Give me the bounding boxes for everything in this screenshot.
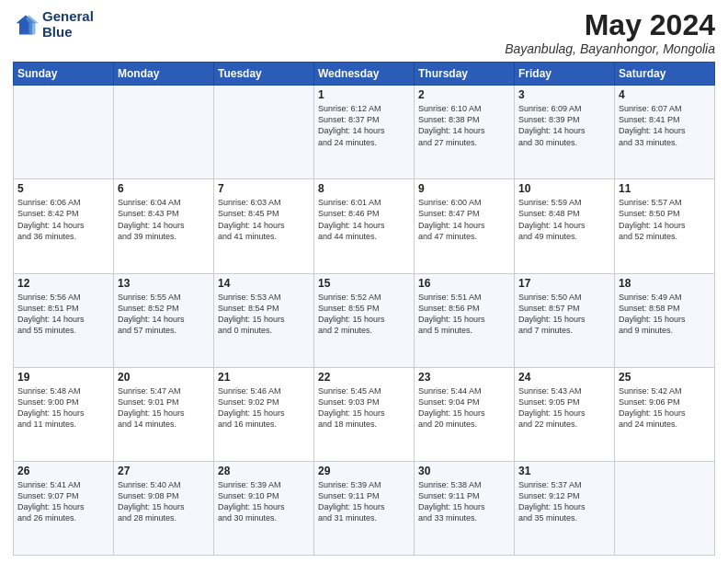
calendar-cell: 4Sunrise: 6:07 AM Sunset: 8:41 PM Daylig… [615,86,715,179]
day-info: Sunrise: 5:51 AM Sunset: 8:56 PM Dayligh… [418,292,510,337]
day-info: Sunrise: 5:45 AM Sunset: 9:03 PM Dayligh… [318,385,410,431]
day-number: 18 [619,277,711,290]
day-number: 30 [418,465,510,477]
day-number: 4 [619,88,711,101]
logo-text: General Blue [42,9,94,40]
day-info: Sunrise: 5:39 AM Sunset: 9:11 PM Dayligh… [318,479,410,524]
weekday-header: Wednesday [314,63,415,86]
header: General Blue May 2024 Bayanbulag, Bayanh… [13,9,715,56]
subtitle: Bayanbulag, Bayanhongor, Mongolia [505,41,715,56]
day-number: 28 [218,465,310,477]
calendar-cell: 24Sunrise: 5:43 AM Sunset: 9:05 PM Dayli… [515,367,615,461]
calendar-cell: 25Sunrise: 5:42 AM Sunset: 9:06 PM Dayli… [615,367,715,461]
day-info: Sunrise: 5:48 AM Sunset: 9:00 PM Dayligh… [17,385,109,431]
day-info: Sunrise: 5:43 AM Sunset: 9:05 PM Dayligh… [518,385,610,431]
calendar-cell: 23Sunrise: 5:44 AM Sunset: 9:04 PM Dayli… [415,367,515,461]
calendar-cell: 30Sunrise: 5:38 AM Sunset: 9:11 PM Dayli… [415,461,515,555]
day-number: 17 [518,277,610,290]
day-number: 6 [118,182,210,195]
calendar-cell: 27Sunrise: 5:40 AM Sunset: 9:08 PM Dayli… [114,461,214,555]
day-info: Sunrise: 5:39 AM Sunset: 9:10 PM Dayligh… [218,479,310,524]
day-number: 22 [318,371,410,384]
calendar-cell: 15Sunrise: 5:52 AM Sunset: 8:55 PM Dayli… [314,273,415,367]
day-info: Sunrise: 5:42 AM Sunset: 9:06 PM Dayligh… [619,385,711,431]
day-number: 7 [218,182,310,195]
day-number: 14 [218,277,310,290]
day-info: Sunrise: 6:03 AM Sunset: 8:45 PM Dayligh… [218,197,310,242]
title-block: May 2024 Bayanbulag, Bayanhongor, Mongol… [505,9,715,56]
day-info: Sunrise: 5:53 AM Sunset: 8:54 PM Dayligh… [218,292,310,337]
calendar-cell: 8Sunrise: 6:01 AM Sunset: 8:46 PM Daylig… [314,179,415,273]
day-info: Sunrise: 5:44 AM Sunset: 9:04 PM Dayligh… [418,385,510,431]
calendar-cell: 29Sunrise: 5:39 AM Sunset: 9:11 PM Dayli… [314,461,415,555]
day-number: 16 [418,277,510,290]
day-number: 8 [318,182,410,195]
calendar-cell [615,461,715,555]
calendar-cell: 18Sunrise: 5:49 AM Sunset: 8:58 PM Dayli… [615,273,715,367]
day-info: Sunrise: 5:55 AM Sunset: 8:52 PM Dayligh… [118,292,210,337]
logo-icon [13,12,39,38]
day-number: 11 [619,182,711,195]
calendar-cell: 16Sunrise: 5:51 AM Sunset: 8:56 PM Dayli… [415,273,515,367]
logo: General Blue [13,9,94,40]
day-number: 10 [518,182,610,195]
day-info: Sunrise: 6:00 AM Sunset: 8:47 PM Dayligh… [418,197,510,242]
calendar-cell: 5Sunrise: 6:06 AM Sunset: 8:42 PM Daylig… [14,179,114,273]
day-info: Sunrise: 5:56 AM Sunset: 8:51 PM Dayligh… [17,292,109,337]
weekday-header: Tuesday [214,63,314,86]
calendar-cell: 14Sunrise: 5:53 AM Sunset: 8:54 PM Dayli… [214,273,314,367]
day-number: 1 [318,88,410,101]
day-number: 5 [17,182,109,195]
day-number: 15 [318,277,410,290]
day-number: 23 [418,371,510,384]
calendar-week-row: 26Sunrise: 5:41 AM Sunset: 9:07 PM Dayli… [14,461,715,555]
day-info: Sunrise: 6:12 AM Sunset: 8:37 PM Dayligh… [318,103,410,148]
day-info: Sunrise: 5:40 AM Sunset: 9:08 PM Dayligh… [118,479,210,524]
day-info: Sunrise: 5:50 AM Sunset: 8:57 PM Dayligh… [518,292,610,337]
calendar-cell [114,86,214,179]
day-info: Sunrise: 5:37 AM Sunset: 9:12 PM Dayligh… [518,479,610,524]
calendar-cell: 13Sunrise: 5:55 AM Sunset: 8:52 PM Dayli… [114,273,214,367]
calendar-cell: 21Sunrise: 5:46 AM Sunset: 9:02 PM Dayli… [214,367,314,461]
logo-line2: Blue [42,25,94,40]
day-number: 21 [218,371,310,384]
calendar-cell: 7Sunrise: 6:03 AM Sunset: 8:45 PM Daylig… [214,179,314,273]
calendar-cell: 3Sunrise: 6:09 AM Sunset: 8:39 PM Daylig… [515,86,615,179]
calendar-cell: 9Sunrise: 6:00 AM Sunset: 8:47 PM Daylig… [415,179,515,273]
day-info: Sunrise: 6:01 AM Sunset: 8:46 PM Dayligh… [318,197,410,242]
calendar-cell: 28Sunrise: 5:39 AM Sunset: 9:10 PM Dayli… [214,461,314,555]
calendar-cell: 11Sunrise: 5:57 AM Sunset: 8:50 PM Dayli… [615,179,715,273]
day-number: 20 [118,371,210,384]
calendar-cell: 1Sunrise: 6:12 AM Sunset: 8:37 PM Daylig… [314,86,415,179]
weekday-header: Monday [114,63,214,86]
day-number: 13 [118,277,210,290]
day-number: 3 [518,88,610,101]
calendar-cell: 2Sunrise: 6:10 AM Sunset: 8:38 PM Daylig… [415,86,515,179]
day-number: 29 [318,465,410,477]
calendar-week-row: 1Sunrise: 6:12 AM Sunset: 8:37 PM Daylig… [14,86,715,179]
weekday-header: Thursday [415,63,515,86]
day-number: 9 [418,182,510,195]
day-number: 19 [17,371,109,384]
day-info: Sunrise: 6:09 AM Sunset: 8:39 PM Dayligh… [518,103,610,148]
day-info: Sunrise: 5:49 AM Sunset: 8:58 PM Dayligh… [619,292,711,337]
day-info: Sunrise: 6:06 AM Sunset: 8:42 PM Dayligh… [17,197,109,242]
logo-line1: General [42,9,94,25]
day-info: Sunrise: 6:04 AM Sunset: 8:43 PM Dayligh… [118,197,210,242]
calendar-cell: 12Sunrise: 5:56 AM Sunset: 8:51 PM Dayli… [14,273,114,367]
day-info: Sunrise: 5:52 AM Sunset: 8:55 PM Dayligh… [318,292,410,337]
calendar-cell: 20Sunrise: 5:47 AM Sunset: 9:01 PM Dayli… [114,367,214,461]
day-number: 2 [418,88,510,101]
page: General Blue May 2024 Bayanbulag, Bayanh… [0,0,728,563]
day-info: Sunrise: 5:59 AM Sunset: 8:48 PM Dayligh… [518,197,610,242]
weekday-row: SundayMondayTuesdayWednesdayThursdayFrid… [14,63,715,86]
calendar-cell: 19Sunrise: 5:48 AM Sunset: 9:00 PM Dayli… [14,367,114,461]
day-info: Sunrise: 5:38 AM Sunset: 9:11 PM Dayligh… [418,479,510,524]
day-number: 24 [518,371,610,384]
day-info: Sunrise: 5:47 AM Sunset: 9:01 PM Dayligh… [118,385,210,431]
calendar-cell: 6Sunrise: 6:04 AM Sunset: 8:43 PM Daylig… [114,179,214,273]
calendar-week-row: 5Sunrise: 6:06 AM Sunset: 8:42 PM Daylig… [14,179,715,273]
calendar-header: SundayMondayTuesdayWednesdayThursdayFrid… [14,63,715,86]
day-number: 12 [17,277,109,290]
calendar-cell [14,86,114,179]
